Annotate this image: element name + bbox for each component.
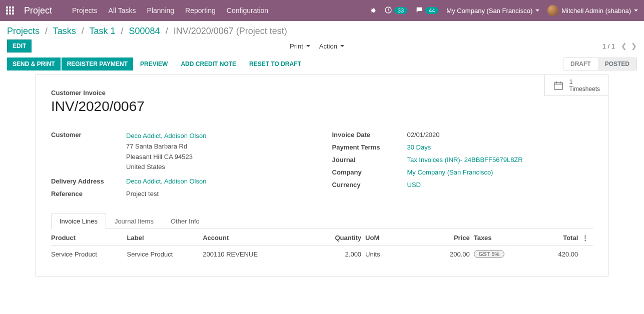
timesheets-stat-button[interactable]: 1 Timesheets <box>544 74 608 96</box>
main-menu: Projects All Tasks Planning Reporting Co… <box>72 6 268 14</box>
th-taxes: Taxes <box>474 229 528 246</box>
apps-icon[interactable] <box>6 6 14 14</box>
tab-journal-items[interactable]: Journal Items <box>106 213 162 229</box>
payment-terms-label: Payment Terms <box>332 144 407 151</box>
pager: 1 / 1 ❮ ❯ <box>602 42 637 50</box>
chevron-down-icon <box>340 45 344 47</box>
cell-taxes: GST 5% <box>474 246 528 262</box>
th-product: Product <box>51 229 127 246</box>
reference-label: Reference <box>51 190 126 198</box>
menu-reporting[interactable]: Reporting <box>185 6 216 14</box>
clock-icon <box>384 6 392 16</box>
cell-account: 200110 REVENUE <box>203 246 311 262</box>
menu-projects[interactable]: Projects <box>72 6 98 14</box>
customer-link[interactable]: Deco Addict, Addison Olson <box>126 131 206 142</box>
tab-other-info[interactable]: Other Info <box>162 213 208 229</box>
invoice-date-label: Invoice Date <box>332 131 407 138</box>
cell-quantity: 2.000 <box>311 246 365 262</box>
debug-icon[interactable]: ✸ <box>370 6 376 14</box>
menu-planning[interactable]: Planning <box>147 6 175 14</box>
delivery-label: Delivery Address <box>51 178 126 185</box>
th-total: Total <box>528 229 582 246</box>
menu-configuration[interactable]: Configuration <box>227 6 268 14</box>
invoice-lines-table: Product Label Account Quantity UoM Price… <box>51 229 593 262</box>
breadcrumb-task1[interactable]: Task 1 <box>89 26 115 36</box>
activities-badge: 33 <box>394 7 407 14</box>
cell-price: 200.00 <box>409 246 474 262</box>
avatar <box>547 5 558 16</box>
breadcrumb-projects[interactable]: Projects <box>7 26 40 36</box>
currency-value[interactable]: USD <box>407 181 421 188</box>
control-row: EDIT Print Action 1 / 1 ❮ ❯ <box>0 36 644 58</box>
calendar-icon <box>553 80 564 91</box>
address-line2: Pleasant Hill CA 94523 <box>126 152 206 162</box>
edit-button[interactable]: EDIT <box>7 40 32 52</box>
address-line1: 77 Santa Barbara Rd <box>126 142 206 152</box>
action-bar: SEND & PRINT REGISTER PAYMENT PREVIEW AD… <box>0 58 644 74</box>
top-navbar: Project Projects All Tasks Planning Repo… <box>0 0 644 21</box>
th-options[interactable]: ⋮ <box>582 229 593 246</box>
reference-value: Project test <box>126 190 159 198</box>
th-price: Price <box>409 229 474 246</box>
payment-terms-value[interactable]: 30 Days <box>407 144 431 151</box>
user-menu[interactable]: Mitchell Admin (shabna) <box>547 5 638 16</box>
tax-pill: GST 5% <box>474 250 504 258</box>
table-row[interactable]: Service Product Service Product 200110 R… <box>51 246 593 262</box>
pager-next[interactable]: ❯ <box>631 42 637 50</box>
cell-uom: Units <box>365 246 409 262</box>
messages-button[interactable]: 44 <box>415 6 438 16</box>
breadcrumb: Projects / Tasks / Task 1 / S00084 / INV… <box>7 26 287 36</box>
pager-text: 1 / 1 <box>602 42 615 50</box>
breadcrumb-row: Projects / Tasks / Task 1 / S00084 / INV… <box>0 21 644 36</box>
reset-to-draft-button[interactable]: RESET TO DRAFT <box>243 58 307 70</box>
user-name: Mitchell Admin (shabna) <box>561 7 631 14</box>
chevron-down-icon <box>535 10 539 12</box>
action-dropdown[interactable]: Action <box>319 42 344 50</box>
cell-label: Service Product <box>127 246 203 262</box>
chevron-down-icon <box>634 10 638 12</box>
menu-all-tasks[interactable]: All Tasks <box>109 6 136 14</box>
company-value[interactable]: My Company (San Francisco) <box>407 168 493 176</box>
record-kicker: Customer Invoice <box>51 89 593 96</box>
send-print-button[interactable]: SEND & PRINT <box>7 58 61 70</box>
breadcrumb-tasks[interactable]: Tasks <box>53 26 76 36</box>
breadcrumb-current: INV/2020/0067 (Project test) <box>174 26 287 36</box>
status-draft[interactable]: DRAFT <box>563 58 598 70</box>
print-dropdown[interactable]: Print <box>290 42 310 50</box>
status-bar: DRAFT POSTED <box>563 58 637 70</box>
cell-product: Service Product <box>51 246 127 262</box>
chevron-down-icon <box>306 45 310 47</box>
add-credit-note-button[interactable]: ADD CREDIT NOTE <box>175 58 242 70</box>
chat-icon <box>415 6 423 16</box>
activities-button[interactable]: 33 <box>384 6 407 16</box>
cell-total: 420.00 <box>528 246 582 262</box>
form-panel: 1 Timesheets Customer Invoice INV/2020/0… <box>36 74 608 276</box>
company-label: Company <box>332 168 407 176</box>
stat-label: Timesheets <box>569 86 600 92</box>
company-name: My Company (San Francisco) <box>446 7 532 14</box>
svg-rect-1 <box>554 82 563 90</box>
detail-tabs: Invoice Lines Journal Items Other Info <box>51 213 593 229</box>
th-uom: UoM <box>365 229 409 246</box>
invoice-date-value: 02/01/2020 <box>407 131 440 138</box>
preview-button[interactable]: PREVIEW <box>134 58 174 70</box>
th-account: Account <box>203 229 311 246</box>
address-country: United States <box>126 162 206 172</box>
status-posted[interactable]: POSTED <box>598 58 636 70</box>
messages-badge: 44 <box>425 7 438 14</box>
th-quantity: Quantity <box>311 229 365 246</box>
journal-value[interactable]: Tax Invoices (INR)- 24BBBFF5679L8ZR <box>407 156 523 164</box>
currency-label: Currency <box>332 181 407 188</box>
company-switcher[interactable]: My Company (San Francisco) <box>446 7 539 14</box>
customer-label: Customer <box>51 131 126 172</box>
breadcrumb-sale[interactable]: S00084 <box>129 26 160 36</box>
th-label: Label <box>127 229 203 246</box>
pager-prev[interactable]: ❮ <box>621 42 627 50</box>
stat-count: 1 <box>569 78 600 86</box>
delivery-link[interactable]: Deco Addict, Addison Olson <box>126 178 206 185</box>
app-brand: Project <box>24 6 52 16</box>
journal-label: Journal <box>332 156 407 164</box>
tab-invoice-lines[interactable]: Invoice Lines <box>51 213 106 229</box>
record-title: INV/2020/0067 <box>51 98 593 114</box>
register-payment-button[interactable]: REGISTER PAYMENT <box>62 58 133 70</box>
